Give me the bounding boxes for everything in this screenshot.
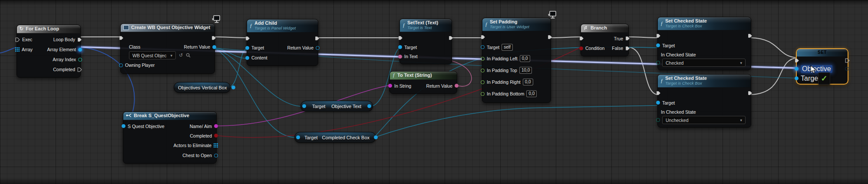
in-padding-left-field[interactable]: 0,0 (520, 55, 530, 62)
node-create-widget[interactable]: Create WB Quest Objective Widget Class R… (120, 23, 215, 74)
exec-input-pin[interactable] (579, 36, 584, 41)
class-select[interactable]: WB Quest Objec▾ (129, 51, 176, 59)
wire-exec-scs-top-to-set (751, 38, 798, 58)
exec-input-pin[interactable] (656, 91, 661, 95)
node-header-set-checked-state-top[interactable]: ƒ Set Checked State Target is Check Box (658, 17, 751, 30)
exec-input-pin[interactable] (481, 35, 485, 39)
array-input-pin[interactable] (15, 47, 20, 52)
node-title: Create WB Quest Objective Widget (131, 25, 210, 30)
false-exec-pin[interactable] (625, 46, 630, 51)
in-padding-bottom-pin[interactable] (481, 92, 485, 96)
node-for-each-loop[interactable]: ↻ For Each Loop Exec Loop Body Array Arr… (17, 25, 81, 78)
exec-input-pin[interactable] (398, 36, 403, 40)
node-break-quest-objective[interactable]: Break S_QuestObjective S Quest Objective… (123, 112, 217, 164)
exec-output-pin[interactable] (211, 36, 216, 40)
in-string-pin[interactable] (388, 84, 392, 88)
target-pin[interactable] (795, 76, 799, 80)
node-set-checked-state-top[interactable]: ƒ Set Checked State Target is Check Box … (657, 17, 751, 70)
node-branch[interactable]: Branch True Condition False (581, 24, 629, 56)
node-subtitle: Target is Check Box (665, 24, 707, 29)
actors-to-eliminate-pin[interactable] (214, 143, 218, 148)
node-to-text[interactable]: ƒ To Text (String) In String Return Valu… (389, 71, 457, 94)
exec-output-pin[interactable] (548, 35, 552, 39)
in-padding-left-pin[interactable] (481, 57, 485, 61)
output-pin[interactable] (374, 135, 378, 139)
node-header-add-child[interactable]: ƒ Add Child Target is Panel Widget (247, 20, 318, 33)
node-header-set-padding[interactable]: ƒ Set Padding Target is User Widget (482, 18, 551, 31)
target-value-field[interactable]: self (502, 44, 513, 51)
exec-input-pin[interactable] (245, 36, 250, 41)
exec-input-pin[interactable] (656, 33, 661, 38)
in-checked-state-pin[interactable] (656, 61, 660, 65)
target-pin[interactable] (481, 45, 485, 49)
return-value-pin[interactable] (316, 46, 320, 50)
node-objectives-vertical-box-getter[interactable]: Objectives Vertical Box (174, 82, 231, 93)
node-header-create-widget[interactable]: Create WB Quest Objective Widget (121, 24, 215, 32)
target-pin[interactable] (398, 45, 402, 49)
node-header-set-checked-state-bottom[interactable]: ƒ Set Checked State Target is Check Box (658, 75, 751, 88)
exec-output-pin[interactable] (315, 36, 320, 41)
in-padding-bottom-field[interactable]: 0,0 (526, 90, 537, 97)
exec-output-pin[interactable] (748, 33, 752, 38)
target-input-pin[interactable] (296, 135, 300, 139)
node-set-padding[interactable]: ƒ Set Padding Target is User Widget Targ… (482, 18, 551, 103)
objective-pin[interactable] (795, 67, 799, 71)
pin-label: In String (394, 83, 411, 89)
pin-label: In Padding Left (487, 56, 518, 61)
node-set-checked-state-bottom[interactable]: ƒ Set Checked State Target is Check Box … (657, 74, 751, 128)
node-header-to-text[interactable]: ƒ To Text (String) (390, 72, 457, 80)
node-completed-check-box-getter[interactable]: Target Completed Check Box (294, 132, 376, 143)
node-header-set[interactable]: SET (797, 49, 848, 57)
pin-label: Array Index (53, 57, 76, 62)
output-pin[interactable] (231, 85, 235, 89)
completed-exec-pin[interactable] (77, 67, 82, 72)
wire-exec-create-to-addchild (213, 37, 248, 38)
exec-input-pin[interactable] (119, 36, 124, 40)
node-objective-text-getter[interactable]: Target Objective Text (300, 101, 373, 112)
reset-icon[interactable]: ↺ (179, 53, 183, 58)
exec-output-pin[interactable] (845, 58, 850, 63)
pin-label: Content (251, 55, 267, 60)
target-pin[interactable] (245, 46, 249, 50)
exec-input-pin[interactable] (15, 37, 20, 42)
in-checked-state-pin[interactable] (656, 118, 660, 122)
exec-input-pin[interactable] (795, 58, 799, 63)
target-pin[interactable] (656, 101, 660, 105)
chest-to-open-pin[interactable] (214, 154, 218, 158)
pin-label: True (614, 36, 623, 41)
node-header-settext[interactable]: ƒ SetText (Text) Target is Text (400, 19, 452, 32)
pin-label: Owning Player (125, 62, 155, 68)
output-pin[interactable] (367, 104, 371, 108)
true-exec-pin[interactable] (625, 36, 630, 41)
checked-state-select[interactable]: Checked▾ (662, 59, 746, 67)
target-pin[interactable] (656, 43, 660, 47)
target-input-pin[interactable] (302, 104, 306, 108)
pin-label: In Padding Right (487, 79, 521, 85)
node-header-break[interactable]: Break S_QuestObjective (123, 112, 216, 120)
return-value-pin[interactable] (212, 45, 216, 49)
pin-label: Target (487, 45, 499, 50)
checked-state-select[interactable]: Unchecked▾ (662, 116, 746, 124)
pin-label: Array (22, 47, 33, 52)
pin-label: Array Element (47, 47, 76, 52)
in-text-pin[interactable] (398, 55, 402, 59)
objective-output-pin[interactable] (845, 67, 849, 71)
exec-output-pin[interactable] (748, 91, 752, 95)
in-padding-right-pin[interactable] (481, 80, 485, 84)
node-add-child[interactable]: ƒ Add Child Target is Panel Widget Targe… (247, 19, 318, 66)
node-settext[interactable]: ƒ SetText (Text) Target is Text Target I… (399, 19, 452, 64)
array-element-pin[interactable] (78, 48, 82, 52)
loop-body-exec-pin[interactable] (77, 37, 82, 42)
in-padding-right-field[interactable]: 0,0 (523, 79, 533, 85)
struct-input-pin[interactable] (122, 124, 125, 128)
browse-icon[interactable] (186, 53, 191, 58)
node-header-for-each-loop[interactable]: ↻ For Each Loop (17, 25, 80, 33)
owning-player-pin[interactable] (119, 63, 123, 67)
content-pin[interactable] (245, 56, 249, 60)
node-header-branch[interactable]: Branch (581, 24, 628, 33)
in-padding-top-field[interactable]: 10,0 (519, 67, 532, 74)
in-padding-top-pin[interactable] (481, 69, 485, 72)
array-index-pin[interactable] (78, 58, 82, 62)
condition-pin[interactable] (579, 46, 583, 50)
exec-output-pin[interactable] (449, 36, 453, 40)
